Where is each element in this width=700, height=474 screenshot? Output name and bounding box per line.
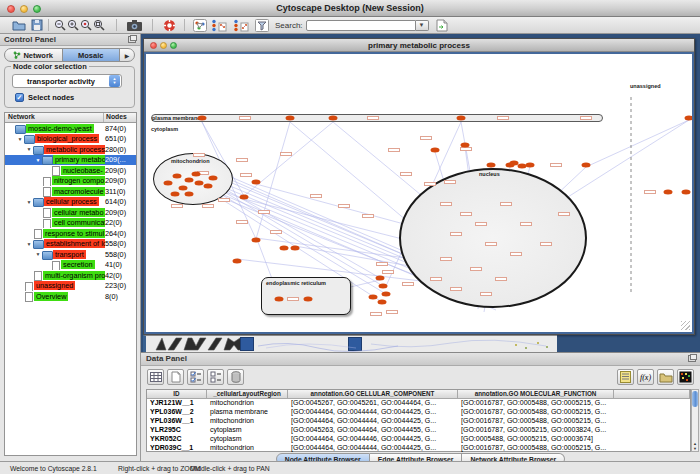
tree-row[interactable]: ▼cellular process614(0)	[5, 197, 136, 208]
tab-mosaic[interactable]: Mosaic	[62, 49, 121, 61]
network-node[interactable]	[664, 190, 673, 195]
help-icon[interactable]	[163, 18, 176, 32]
tree-row[interactable]: ▼transport558(0)	[5, 249, 136, 260]
new-attribute-icon[interactable]	[167, 369, 184, 385]
tree-row[interactable]: nitrogen compo209(0)	[5, 176, 136, 187]
search-input[interactable]	[306, 20, 416, 31]
network-node[interactable]	[376, 276, 385, 281]
zoom-selected-region-icon[interactable]	[80, 18, 93, 32]
vizmapper-icon[interactable]	[211, 18, 227, 32]
tree-row[interactable]: cell communicat22(0)	[5, 218, 136, 229]
network-node[interactable]	[487, 163, 496, 168]
network-node[interactable]	[275, 297, 284, 302]
unselect-attributes-icon[interactable]	[207, 369, 224, 385]
network-node[interactable]	[252, 238, 261, 243]
network-window-titlebar[interactable]: primary metabolic process	[144, 39, 694, 52]
network-node[interactable]	[291, 246, 300, 251]
zoom-fit-icon[interactable]	[93, 18, 106, 32]
attribute-editor-icon[interactable]	[617, 369, 634, 385]
expand-arrow-icon[interactable]: ▼	[16, 136, 24, 142]
tree-row[interactable]: secretion41(0)	[5, 260, 136, 271]
table-column-header[interactable]: annotation.GO MOLECULAR_FUNCTION	[458, 390, 614, 399]
table-column-header[interactable]: annotation.GO CELLULAR_COMPONENT	[288, 390, 458, 399]
delete-attribute-icon[interactable]	[227, 369, 244, 385]
network-node[interactable]	[198, 116, 207, 121]
open-file-icon[interactable]	[12, 18, 26, 32]
expand-arrow-icon[interactable]: ▼	[34, 157, 42, 163]
network-node[interactable]	[685, 116, 694, 121]
import-attributes-icon[interactable]	[657, 369, 674, 385]
network-node[interactable]	[431, 148, 440, 153]
tree-row[interactable]: macromolecule311(0)	[5, 186, 136, 197]
network-node[interactable]	[378, 300, 387, 305]
network-node[interactable]	[369, 295, 378, 300]
table-row[interactable]: YLR295Ccytoplasm[GO:0045263, GO:0044464,…	[147, 426, 690, 435]
network-node[interactable]	[233, 259, 242, 264]
network-node[interactable]	[518, 164, 527, 169]
network-node[interactable]	[185, 178, 194, 183]
tree-row[interactable]: response to stimul264(0)	[5, 228, 136, 239]
network-node[interactable]	[252, 180, 261, 185]
background-window-strip[interactable]	[143, 335, 557, 352]
table-row[interactable]: YPL036W__2plasma membrane[GO:0044464, GO…	[147, 408, 690, 417]
network-node[interactable]	[379, 284, 388, 289]
network-node[interactable]	[280, 246, 289, 251]
tab-network[interactable]: Network	[5, 49, 62, 61]
network-node[interactable]	[164, 181, 173, 186]
select-attributes-icon[interactable]	[187, 369, 204, 385]
network-node[interactable]	[209, 176, 218, 181]
save-session-icon[interactable]	[31, 18, 43, 32]
float-panel-icon[interactable]	[128, 36, 136, 43]
tree-row[interactable]: Overview8(0)	[5, 291, 136, 302]
network-node[interactable]	[526, 163, 535, 168]
table-column-header[interactable]: _cellularLayoutRegion	[207, 390, 288, 399]
attribute-matrix-icon[interactable]	[677, 369, 694, 385]
float-data-panel-icon[interactable]	[688, 355, 696, 362]
create-network-icon[interactable]	[193, 18, 207, 32]
expand-arrow-icon[interactable]: ▼	[25, 146, 33, 152]
tree-row[interactable]: ▼primary metabo209(...	[5, 155, 136, 166]
data-panel-scrollbar[interactable]: ▲▼	[691, 389, 699, 452]
search-dropdown-icon[interactable]: ▼	[416, 20, 429, 31]
table-row[interactable]: YJR121W__1mitochondrion[GO:0045267, GO:0…	[147, 399, 690, 408]
tree-row[interactable]: ▼establishment of lo558(0)	[5, 239, 136, 250]
select-nodes-checkbox[interactable]: ✓	[15, 93, 24, 102]
network-node[interactable]	[457, 116, 466, 121]
scrollbar-thumb[interactable]	[692, 391, 698, 407]
network-node[interactable]	[179, 186, 188, 191]
tree-row[interactable]: ▼metabolic process280(0)	[5, 144, 136, 155]
resize-grip-icon[interactable]	[681, 321, 690, 330]
network-node[interactable]	[329, 116, 338, 121]
network-node[interactable]	[682, 190, 691, 195]
expand-arrow-icon[interactable]: ▼	[34, 251, 42, 257]
network-canvas[interactable]: plasma membrane cytoplasm mitochondrion …	[144, 52, 694, 334]
zoom-in-icon[interactable]	[67, 18, 80, 32]
tree-row[interactable]: ▼biological_process651(0)	[5, 134, 136, 145]
tree-row[interactable]: mosaic-demo-yeast874(0)	[5, 123, 136, 134]
network-node[interactable]	[240, 195, 249, 200]
network-node[interactable]	[286, 116, 295, 121]
import-icon[interactable]	[436, 18, 448, 32]
tree-row[interactable]: multi-organism pro42(0)	[5, 270, 136, 281]
network-node[interactable]	[204, 184, 213, 189]
network-node[interactable]	[192, 172, 201, 177]
network-node[interactable]	[173, 174, 182, 179]
scrollbar-arrows-icon[interactable]: ▲▼	[692, 441, 698, 451]
tab-overflow-icon[interactable]: ▶	[120, 49, 134, 61]
node-color-dropdown[interactable]: transporter activity ▲▼	[12, 74, 122, 88]
expand-arrow-icon[interactable]: ▼	[25, 199, 33, 205]
network-node[interactable]	[582, 163, 591, 168]
attribute-table-icon[interactable]	[147, 369, 164, 385]
table-column-header[interactable]: ID	[147, 390, 207, 399]
filters-icon[interactable]	[255, 18, 269, 32]
zoom-out-icon[interactable]	[54, 18, 67, 32]
expand-arrow-icon[interactable]: ▼	[25, 241, 33, 247]
network-node[interactable]	[304, 297, 313, 302]
snapshot-icon[interactable]	[127, 18, 142, 32]
function-builder-icon[interactable]: f(x)	[637, 369, 654, 385]
table-row[interactable]: YKR052Ccytoplasm[GO:0044464, GO:0044446,…	[147, 435, 690, 444]
tree-row[interactable]: nucleobase-209(0)	[5, 165, 136, 176]
network-node[interactable]	[382, 292, 391, 297]
tree-row[interactable]: cellular metabo209(0)	[5, 207, 136, 218]
table-row[interactable]: YPL036W__1mitochondrion[GO:0044464, GO:0…	[147, 417, 690, 426]
